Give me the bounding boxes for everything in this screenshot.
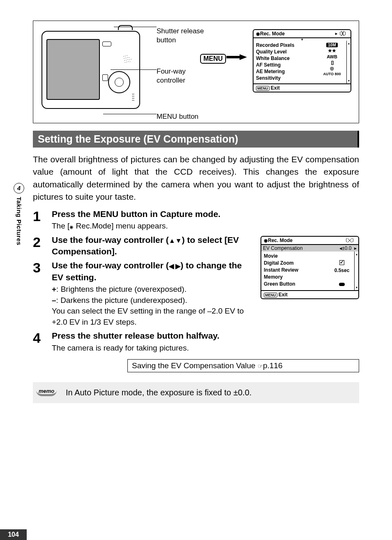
green-button-icon — [339, 283, 345, 286]
memo-note: memo In Auto Picture mode, the exposure … — [33, 382, 359, 403]
step-2: 2 Use the four-way controller (▲▼) to se… — [33, 234, 254, 258]
shutter-label: Shutter releasebutton — [157, 27, 204, 45]
menu-button-label: MENU button — [157, 112, 198, 121]
camera-diagram-box: ∘∘∘∘∘∘∘∘∘∘∘∘∘∘∘∘ ∘∘∘∘∘∘∘∘ Shutter releas… — [33, 21, 359, 123]
up-down-icon: ▲▼ — [169, 237, 182, 244]
camera-illustration: ∘∘∘∘∘∘∘∘∘∘∘∘∘∘∘∘ ∘∘∘∘∘∘∘∘ — [42, 27, 148, 113]
step-1: 1 Press the MENU button in Capture mode.… — [33, 208, 359, 232]
fourway-label: Four-waycontroller — [157, 67, 186, 85]
steps-list: 1 Press the MENU button in Capture mode.… — [33, 208, 359, 354]
section-heading: Setting the Exposure (EV Compensation) — [33, 131, 359, 148]
intro-paragraph: The overall brightness of pictures can b… — [33, 153, 359, 203]
left-right-icon: ◀ ▶ — [169, 263, 180, 270]
pointer-icon: ☞ — [258, 362, 263, 369]
cross-reference-box: Saving the EV Compensation Value ☞p.116 — [127, 359, 359, 372]
step-4: 4 Press the shutter release button halfw… — [33, 330, 359, 353]
checkbox-icon — [339, 260, 344, 265]
camera-icon: ◉ — [69, 224, 74, 229]
memo-icon: memo — [36, 387, 57, 396]
lcd-rec-mode-menu: ◉Rec. Mode ▸〔╳〕 ▾ Recorded Pixels Qualit… — [253, 29, 351, 92]
lcd-ev-comp-menu: ◉Rec. Mode 〔╳〕 EV Compensation ◂±0.0 ▸ M… — [261, 236, 359, 299]
menu-chip-icon: MENU — [200, 54, 226, 64]
ev-compensation-row: EV Compensation ◂±0.0 ▸ — [261, 245, 358, 252]
page-number: 104 — [0, 529, 27, 540]
step-3: 3 Use the four-way controller (◀ ▶) to c… — [33, 260, 254, 328]
